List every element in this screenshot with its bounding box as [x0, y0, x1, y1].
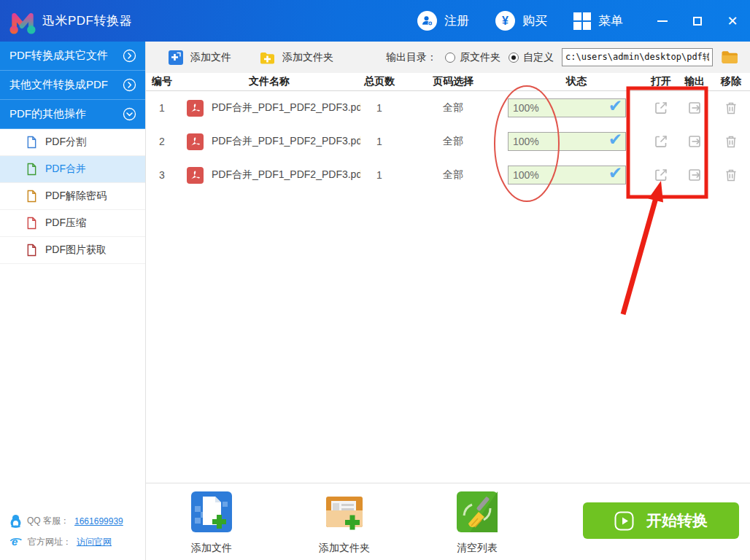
output-arrow-icon	[687, 133, 703, 149]
filename: PDF合并_PDF1_PDF2_PDF3.pdf	[212, 135, 360, 148]
sidebar-category-other-to-pdf[interactable]: 其他文件转换成PDF	[0, 71, 145, 100]
progress-label: 100%	[513, 169, 539, 181]
page-range[interactable]: 全部	[398, 168, 508, 182]
add-folder-icon	[259, 50, 276, 66]
file-list: 1 PDF合并_PDF1_PDF2_PDF3.pdf 1 全部 100%✔	[146, 91, 750, 192]
row-number: 2	[146, 136, 178, 147]
yen-icon: ¥	[495, 11, 515, 31]
sidebar-item-pdf-compress[interactable]: PDF压缩	[0, 210, 145, 237]
table-header: 编号 文件名称 总页数 页码选择 状态 打开 输出 移除	[146, 73, 750, 91]
menu-button[interactable]: 菜单	[573, 12, 623, 30]
open-file-button[interactable]	[645, 167, 677, 183]
add-folder-button[interactable]: 添加文件夹	[259, 50, 333, 66]
open-external-icon	[653, 167, 669, 183]
register-label: 注册	[444, 12, 469, 29]
page-range[interactable]: 全部	[398, 135, 508, 148]
qq-number-link[interactable]: 1661699939	[74, 516, 123, 526]
trash-icon	[723, 100, 739, 116]
minimize-button[interactable]	[657, 15, 668, 27]
sidebar-footer: QQ 客服： 1661699939 e 官方网址： 访问官网	[0, 507, 145, 560]
sidebar-item-pdf-split[interactable]: PDF分割	[0, 129, 145, 156]
sidebar-item-pdf-extract-images[interactable]: PDF图片获取	[0, 237, 145, 264]
pdf-doc-icon	[26, 136, 37, 149]
output-arrow-icon	[687, 167, 703, 183]
svg-text:e: e	[12, 535, 18, 548]
col-header-open: 打开	[645, 75, 677, 88]
menu-label: 菜单	[598, 12, 623, 29]
col-header-page-range: 页码选择	[398, 75, 508, 88]
maximize-button[interactable]	[692, 15, 703, 27]
check-icon: ✔	[608, 96, 622, 116]
bottom-bar: 添加文件 添加文件夹	[146, 483, 750, 560]
play-icon	[614, 511, 634, 531]
sidebar-item-pdf-merge[interactable]: PDF合并	[0, 156, 145, 183]
app-logo-icon	[7, 7, 38, 35]
bottom-clear-list-button[interactable]: 清空列表	[439, 491, 515, 555]
browse-folder-button[interactable]	[721, 49, 740, 66]
add-file-button[interactable]: 添加文件	[168, 50, 231, 66]
chevron-right-circle-icon	[123, 78, 136, 92]
sidebar-category-pdf-other-ops[interactable]: PDF的其他操作	[0, 100, 145, 129]
filename: PDF合并_PDF1_PDF2_PDF3.pdf	[212, 101, 360, 114]
page-count: 1	[360, 102, 398, 114]
page-count: 1	[360, 136, 398, 147]
sidebar-category-pdf-to-other[interactable]: PDF转换成其它文件	[0, 42, 145, 71]
buy-label: 购买	[522, 12, 547, 29]
page-range[interactable]: 全部	[398, 101, 508, 114]
clear-list-big-icon	[457, 491, 498, 532]
official-site-link[interactable]: 访问官网	[77, 536, 112, 548]
open-output-folder-button[interactable]	[677, 167, 712, 183]
output-path-input[interactable]	[562, 48, 713, 66]
col-header-filename: 文件名称	[178, 75, 360, 88]
acrobat-pdf-icon	[178, 133, 212, 151]
trash-icon	[723, 167, 739, 183]
open-output-folder-button[interactable]	[677, 100, 712, 116]
output-arrow-icon	[687, 100, 703, 116]
chevron-right-circle-icon	[123, 49, 136, 63]
col-header-no: 编号	[146, 75, 178, 88]
progress-label: 100%	[513, 136, 539, 147]
trash-icon	[723, 133, 739, 149]
open-output-folder-button[interactable]	[677, 133, 712, 149]
col-header-status: 状态	[508, 75, 645, 88]
bottom-add-file-button[interactable]: 添加文件	[174, 491, 250, 555]
acrobat-pdf-icon	[178, 99, 212, 117]
filename: PDF合并_PDF1_PDF2_PDF3.pdf	[212, 168, 360, 182]
check-icon: ✔	[608, 163, 622, 183]
output-dir-label: 输出目录：	[386, 51, 437, 64]
user-plus-icon	[417, 11, 437, 31]
ie-browser-icon: e	[9, 535, 23, 548]
pdf-doc-icon	[26, 163, 37, 176]
table-row: 2 PDF合并_PDF1_PDF2_PDF3.pdf 1 全部 100%✔	[146, 125, 750, 158]
open-file-button[interactable]	[645, 133, 677, 149]
row-number: 1	[146, 102, 178, 114]
remove-file-button[interactable]	[712, 133, 750, 149]
start-convert-button[interactable]: 开始转换	[583, 502, 739, 539]
page-count: 1	[360, 169, 398, 181]
register-button[interactable]: 注册	[417, 11, 469, 31]
buy-button[interactable]: ¥ 购买	[495, 11, 547, 31]
app-window: 迅米PDF转换器 注册 ¥ 购买 菜单	[0, 0, 750, 560]
remove-file-button[interactable]	[712, 100, 750, 116]
radio-custom-folder[interactable]: 自定义	[509, 51, 554, 64]
remove-file-button[interactable]	[712, 167, 750, 183]
col-header-remove: 移除	[712, 75, 750, 88]
open-file-button[interactable]	[645, 100, 677, 116]
menu-grid-icon	[573, 12, 591, 30]
bottom-add-folder-button[interactable]: 添加文件夹	[306, 491, 382, 555]
folder-icon	[721, 50, 739, 65]
sidebar: PDF转换成其它文件 其他文件转换成PDF PD	[0, 42, 146, 560]
radio-circle-icon	[509, 52, 519, 63]
radio-original-folder[interactable]: 原文件夹	[445, 51, 500, 64]
check-icon: ✔	[608, 130, 622, 149]
open-external-icon	[653, 133, 669, 149]
pdf-doc-icon	[26, 190, 37, 203]
pdf-doc-icon	[26, 217, 37, 230]
chevron-down-circle-icon	[123, 107, 136, 121]
add-file-icon	[168, 50, 184, 66]
app-title: 迅米PDF转换器	[42, 12, 132, 29]
sidebar-item-pdf-remove-password[interactable]: PDF解除密码	[0, 183, 145, 210]
close-button[interactable]: ✕	[727, 15, 738, 27]
progress-bar: 100%✔	[508, 166, 626, 184]
table-row: 3 PDF合并_PDF1_PDF2_PDF3.pdf 1 全部 100%✔	[146, 158, 750, 192]
